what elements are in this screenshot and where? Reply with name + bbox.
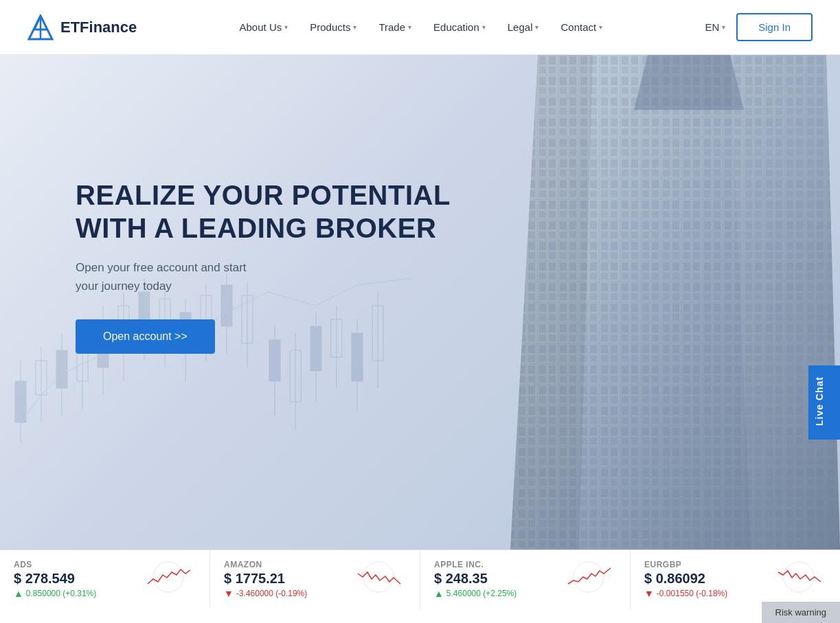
mini-chart [771, 560, 826, 594]
ticker-change: ▼ -0.001550 (-0.18%) [644, 588, 727, 599]
chevron-down-icon: ▾ [722, 23, 725, 31]
hero-section: REALIZE YOUR POTENTIAL WITH A LEADING BR… [0, 55, 840, 550]
mini-chart [561, 560, 616, 594]
hero-content: REALIZE YOUR POTENTIAL WITH A LEADING BR… [76, 179, 451, 354]
ticker-change: ▲ 0.850000 (+0.31%) [14, 588, 96, 599]
ticker-symbol: Apple Inc. [434, 560, 517, 569]
ticker-amazon[interactable]: AMAZON $ 1775.21 ▼ -3.460000 (-0.19%) [210, 550, 420, 609]
ticker-price: $ 278.549 [14, 571, 96, 587]
ticker-bar: ADS $ 278.549 ▲ 0.850000 (+0.31%) AMAZON… [0, 550, 840, 609]
etfinance-logo-icon [27, 14, 54, 41]
nav-contact[interactable]: Contact ▾ [551, 16, 612, 38]
chevron-down-icon: ▾ [535, 23, 538, 31]
svg-rect-19 [56, 350, 67, 388]
svg-marker-12 [510, 55, 593, 550]
signin-button[interactable]: Sign In [736, 13, 813, 41]
arrow-down-icon: ▼ [644, 588, 654, 599]
chevron-down-icon: ▾ [482, 23, 486, 31]
svg-rect-17 [36, 361, 47, 395]
ticker-price: $ 1775.21 [224, 571, 307, 587]
ticker-symbol: AMAZON [224, 560, 307, 569]
building-svg [455, 55, 840, 550]
navbar: ETFinance About Us ▾ Products ▾ Trade ▾ … [0, 0, 840, 55]
language-selector[interactable]: EN ▾ [705, 21, 725, 33]
nav-education[interactable]: Education ▾ [424, 16, 495, 38]
svg-point-51 [363, 562, 394, 592]
live-chat-button[interactable]: Live Chat [808, 365, 840, 440]
svg-line-1 [34, 16, 41, 30]
ticker-change: ▼ -3.460000 (-0.19%) [224, 588, 307, 599]
nav-about-us[interactable]: About Us ▾ [230, 16, 298, 38]
open-account-button[interactable]: Open account >> [76, 319, 215, 354]
hero-subtitle: Open your free account and start your jo… [76, 258, 451, 295]
ticker-symbol: EURGBP [644, 560, 727, 569]
risk-warning[interactable]: Risk warning [762, 602, 840, 609]
ticker-ads[interactable]: ADS $ 278.549 ▲ 0.850000 (+0.31%) [0, 550, 210, 609]
building-background [442, 55, 840, 550]
chevron-down-icon: ▾ [284, 23, 288, 31]
arrow-down-icon: ▼ [224, 588, 234, 599]
ticker-price: $ 0.86092 [644, 571, 727, 587]
nav-right: EN ▾ Sign In [705, 13, 813, 41]
ticker-change: ▲ 5.460000 (+2.25%) [434, 588, 517, 599]
arrow-up-icon: ▲ [14, 588, 23, 599]
svg-marker-11 [634, 55, 744, 110]
nav-trade[interactable]: Trade ▾ [369, 16, 421, 38]
nav-links: About Us ▾ Products ▾ Trade ▾ Education … [230, 16, 613, 38]
nav-legal[interactable]: Legal ▾ [498, 16, 549, 38]
ticker-apple[interactable]: Apple Inc. $ 248.35 ▲ 5.460000 (+2.25%) [420, 550, 631, 609]
brand-name: ETFinance [60, 19, 137, 36]
chevron-down-icon: ▾ [353, 23, 356, 31]
svg-rect-15 [15, 381, 26, 422]
svg-point-50 [153, 562, 183, 592]
mini-chart [351, 560, 406, 594]
chevron-down-icon: ▾ [599, 23, 602, 31]
ticker-symbol: ADS [14, 560, 96, 569]
chevron-down-icon: ▾ [408, 23, 411, 31]
svg-rect-41 [290, 350, 301, 402]
arrow-up-icon: ▲ [434, 588, 444, 599]
mini-chart [141, 560, 196, 594]
logo[interactable]: ETFinance [27, 14, 137, 41]
ticker-price: $ 248.35 [434, 571, 517, 587]
ticker-eurgbp[interactable]: EURGBP $ 0.86092 ▼ -0.001550 (-0.18%) [631, 550, 840, 609]
nav-products[interactable]: Products ▾ [300, 16, 366, 38]
hero-title: REALIZE YOUR POTENTIAL WITH A LEADING BR… [76, 179, 451, 245]
